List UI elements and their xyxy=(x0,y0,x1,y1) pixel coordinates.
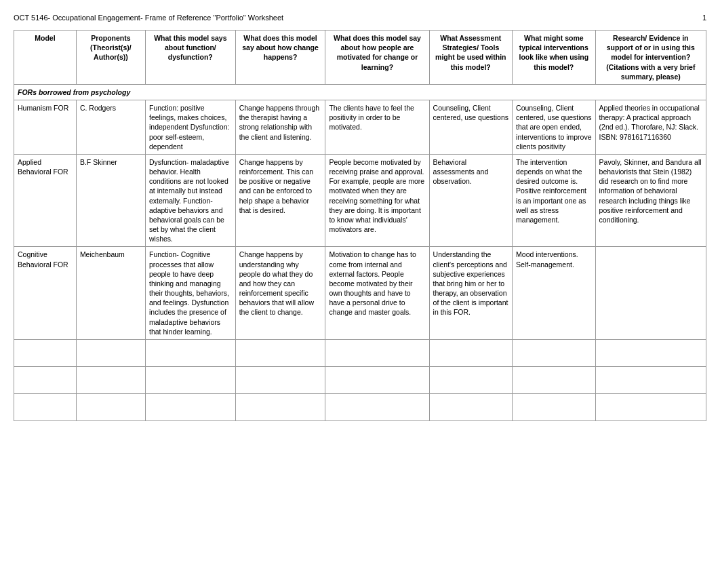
col-model: Model xyxy=(14,31,77,85)
cell-interventions: The intervention depends on what the des… xyxy=(513,154,596,247)
cell-motivation xyxy=(325,366,429,393)
table-row: Cognitive Behavioral FORMeichenbaumFunct… xyxy=(14,247,706,340)
cell-research xyxy=(595,393,706,420)
cell-motivation: The clients have to feel the positivity … xyxy=(325,100,429,155)
col-motivation: What does this model say about how peopl… xyxy=(325,31,429,85)
table-row: ​ xyxy=(14,366,706,393)
cell-function_dysfunction: Function- Cognitive processes that allow… xyxy=(145,247,235,340)
col-interventions: What might some typical interventions lo… xyxy=(513,31,596,85)
cell-proponents xyxy=(76,339,145,366)
col-assessment: What Assessment Strategies/ Tools might … xyxy=(429,31,513,85)
cell-proponents xyxy=(76,366,145,393)
page-number: 1 xyxy=(702,14,706,22)
page-header: OCT 5146- Occupational Engagement- Frame… xyxy=(14,14,706,22)
cell-model: Cognitive Behavioral FOR xyxy=(14,247,77,340)
cell-interventions xyxy=(513,366,596,393)
cell-model: ​ xyxy=(14,366,77,393)
table-row: ​ xyxy=(14,339,706,366)
cell-proponents: Meichenbaum xyxy=(76,247,145,340)
page-title: OCT 5146- Occupational Engagement- Frame… xyxy=(14,14,283,22)
cell-change: Change happens by reinforcement. This ca… xyxy=(235,154,325,247)
col-research: Research/ Evidence in support of or in u… xyxy=(595,31,706,85)
main-table: Model Proponents (Theorist(s)/ Author(s)… xyxy=(14,30,706,421)
cell-change xyxy=(235,339,325,366)
cell-interventions xyxy=(513,339,596,366)
cell-model: ​ xyxy=(14,393,77,420)
cell-research xyxy=(595,366,706,393)
cell-function_dysfunction: Function: positive feelings, makes choic… xyxy=(145,100,235,155)
cell-research xyxy=(595,339,706,366)
table-row: Applied Behavioral FORB.F SkinnerDysfunc… xyxy=(14,154,706,247)
cell-research xyxy=(595,247,706,340)
col-change: What does this model say about how chang… xyxy=(235,31,325,85)
col-function: What this model says about function/ dys… xyxy=(145,31,235,85)
cell-change: Change happens by understanding why peop… xyxy=(235,247,325,340)
cell-motivation: Motivation to change has to come from in… xyxy=(325,247,429,340)
cell-function_dysfunction xyxy=(145,366,235,393)
cell-interventions xyxy=(513,393,596,420)
cell-function_dysfunction xyxy=(145,339,235,366)
cell-interventions: Mood interventions. Self-management. xyxy=(513,247,596,340)
cell-assessment: Understanding the client's perceptions a… xyxy=(429,247,513,340)
cell-proponents: B.F Skinner xyxy=(76,154,145,247)
cell-model: ​ xyxy=(14,339,77,366)
cell-assessment xyxy=(429,366,513,393)
cell-motivation xyxy=(325,393,429,420)
cell-change xyxy=(235,393,325,420)
table-row: Humanism FORC. RodgersFunction: positive… xyxy=(14,100,706,155)
cell-research: Applied theories in occupational therapy… xyxy=(595,100,706,155)
header-row: Model Proponents (Theorist(s)/ Author(s)… xyxy=(14,31,706,85)
section-header-row: FORs borrowed from psychology xyxy=(14,84,706,100)
cell-research: Pavoly, Skinner, and Bandura all behavio… xyxy=(595,154,706,247)
cell-motivation xyxy=(325,339,429,366)
table-row: ​ xyxy=(14,393,706,420)
cell-model: Humanism FOR xyxy=(14,100,77,155)
cell-assessment xyxy=(429,393,513,420)
cell-change xyxy=(235,366,325,393)
col-proponents: Proponents (Theorist(s)/ Author(s)) xyxy=(76,31,145,85)
cell-function_dysfunction: Dysfunction- maladaptive behavior. Healt… xyxy=(145,154,235,247)
cell-assessment: Counseling, Client centered, use questio… xyxy=(429,100,513,155)
cell-model: Applied Behavioral FOR xyxy=(14,154,77,247)
cell-change: Change happens through the therapist hav… xyxy=(235,100,325,155)
cell-assessment: Behavioral assessments and observation. xyxy=(429,154,513,247)
cell-function_dysfunction xyxy=(145,393,235,420)
cell-motivation: People become motivated by receiving pra… xyxy=(325,154,429,247)
cell-proponents: C. Rodgers xyxy=(76,100,145,155)
cell-proponents xyxy=(76,393,145,420)
cell-assessment xyxy=(429,339,513,366)
cell-interventions: Counseling, Client centered, use questio… xyxy=(513,100,596,155)
